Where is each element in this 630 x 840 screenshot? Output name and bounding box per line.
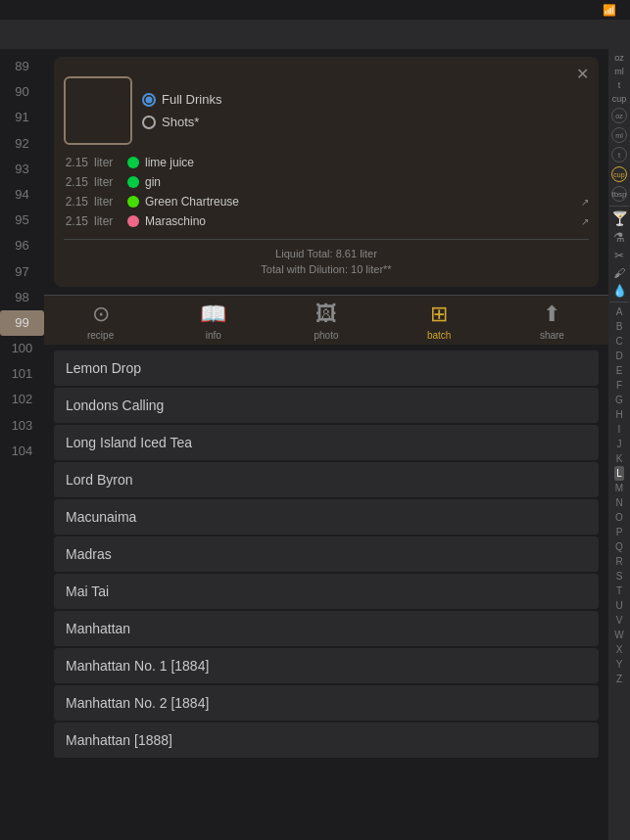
ingredient-dot <box>127 215 139 227</box>
alpha-item-G[interactable]: G <box>615 393 623 407</box>
list-item-1[interactable]: Londons Calling <box>54 388 599 423</box>
unit-cup-btn[interactable]: cup <box>611 166 627 182</box>
number-column: 8990919293949596979899100101102103104 <box>0 49 44 840</box>
unit-t[interactable]: t <box>618 80 621 90</box>
alpha-item-D[interactable]: D <box>615 349 622 363</box>
number-item-99[interactable]: 99 <box>0 310 44 336</box>
alpha-item-S[interactable]: S <box>616 569 623 583</box>
tab-photo[interactable]: 🖼photo <box>269 302 382 341</box>
number-item-103[interactable]: 103 <box>0 413 44 439</box>
right-sidebar: oz ml t cup oz ml t cup tbsp 🍸 ⚗ ✂ 🖌 💧 A… <box>608 49 630 840</box>
drink-card: ✕ Full Drinks Shots* <box>54 57 599 287</box>
alpha-item-R[interactable]: R <box>615 554 622 569</box>
tab-bar: ⊙recipe📖info🖼photo⊞batch⬆share <box>44 295 608 345</box>
alpha-item-X[interactable]: X <box>616 642 623 657</box>
tab-label-recipe: recipe <box>87 330 114 341</box>
drop-icon[interactable]: 💧 <box>612 284 627 298</box>
list-item-9[interactable]: Manhattan No. 2 [1884] <box>54 685 599 721</box>
alpha-item-H[interactable]: H <box>615 407 622 422</box>
alpha-item-F[interactable]: F <box>616 378 622 393</box>
alpha-item-Z[interactable]: Z <box>616 672 622 686</box>
ingredient-unit: liter <box>94 195 121 209</box>
alpha-item-Q[interactable]: Q <box>615 539 623 554</box>
ingredient-row-1: 2.15 liter gin <box>64 172 589 192</box>
alpha-item-J[interactable]: J <box>617 437 622 451</box>
unit-tbsp-btn[interactable]: tbsp <box>611 186 627 202</box>
alpha-item-Y[interactable]: Y <box>616 657 623 672</box>
unit-cup[interactable]: cup <box>612 94 627 104</box>
score-box <box>64 76 132 145</box>
unit-oz[interactable]: oz <box>614 53 624 63</box>
number-item-95[interactable]: 95 <box>0 208 44 233</box>
brush-icon[interactable]: 🖌 <box>613 266 625 280</box>
tab-info[interactable]: 📖info <box>157 302 269 341</box>
list-item-3[interactable]: Lord Byron <box>54 462 599 497</box>
tab-batch[interactable]: ⊞batch <box>383 302 496 341</box>
number-item-102[interactable]: 102 <box>0 387 44 412</box>
number-item-97[interactable]: 97 <box>0 259 44 285</box>
list-item-8[interactable]: Manhattan No. 1 [1884] <box>54 648 599 683</box>
alpha-item-O[interactable]: O <box>615 510 623 525</box>
alpha-item-C[interactable]: C <box>615 334 622 349</box>
alpha-item-A[interactable]: A <box>616 304 623 319</box>
full-drinks-option[interactable]: Full Drinks <box>142 92 221 107</box>
ingredient-link[interactable]: ↗ <box>581 197 589 208</box>
ingredient-dot <box>127 196 139 208</box>
alpha-item-N[interactable]: N <box>615 495 622 510</box>
ingredients-section: 2.15 liter lime juice 2.15 liter gin 2.1… <box>64 153 589 231</box>
number-item-89[interactable]: 89 <box>0 54 44 79</box>
shots-label: Shots* <box>162 115 199 129</box>
full-drinks-radio[interactable] <box>142 93 156 107</box>
shots-radio[interactable] <box>142 116 156 129</box>
card-close-button[interactable]: ✕ <box>576 65 589 83</box>
ingredient-name: Maraschino <box>145 214 575 228</box>
alpha-item-U[interactable]: U <box>615 598 622 613</box>
number-item-93[interactable]: 93 <box>0 157 44 182</box>
beaker-icon[interactable]: ⚗ <box>613 230 625 245</box>
unit-oz-btn[interactable]: oz <box>611 108 627 123</box>
alpha-item-B[interactable]: B <box>616 319 623 334</box>
alpha-item-W[interactable]: W <box>614 628 623 642</box>
alpha-item-V[interactable]: V <box>616 613 623 628</box>
ingredient-link[interactable]: ↗ <box>581 216 589 227</box>
list-item-10[interactable]: Manhattan [1888] <box>54 723 599 758</box>
ingredient-unit: liter <box>94 175 121 189</box>
number-item-100[interactable]: 100 <box>0 336 44 361</box>
tab-label-share: share <box>540 330 564 341</box>
number-item-104[interactable]: 104 <box>0 439 44 464</box>
number-item-90[interactable]: 90 <box>0 79 44 105</box>
unit-ml[interactable]: ml <box>614 67 624 76</box>
list-item-5[interactable]: Madras <box>54 537 599 572</box>
alpha-item-T[interactable]: T <box>616 583 622 598</box>
alpha-item-E[interactable]: E <box>616 363 623 378</box>
scissors-icon[interactable]: ✂ <box>614 249 624 262</box>
alpha-item-I[interactable]: I <box>618 422 621 437</box>
alpha-item-L[interactable]: L <box>614 466 624 481</box>
unit-ml-btn[interactable]: ml <box>611 127 627 143</box>
tab-share[interactable]: ⬆share <box>496 302 608 341</box>
unit-t-btn[interactable]: t <box>611 147 627 163</box>
list-item-4[interactable]: Macunaima <box>54 499 599 535</box>
alpha-item-M[interactable]: M <box>615 481 623 495</box>
list-item-6[interactable]: Mai Tai <box>54 574 599 609</box>
tab-recipe[interactable]: ⊙recipe <box>44 302 157 341</box>
number-item-91[interactable]: 91 <box>0 105 44 130</box>
total-liquid: Liquid Total: 8.61 liter <box>64 246 589 261</box>
number-item-101[interactable]: 101 <box>0 361 44 387</box>
list-item-7[interactable]: Manhattan <box>54 611 599 646</box>
list-item-2[interactable]: Long Island Iced Tea <box>54 425 599 460</box>
list-item-0[interactable]: Lemon Drop <box>54 350 599 386</box>
shots-option[interactable]: Shots* <box>142 115 221 129</box>
drink-options: Full Drinks Shots* <box>142 76 221 145</box>
wifi-icon: 📶 <box>603 4 616 17</box>
number-item-96[interactable]: 96 <box>0 233 44 258</box>
number-item-92[interactable]: 92 <box>0 131 44 157</box>
cocktail-glass-icon[interactable]: 🍸 <box>611 210 628 226</box>
tab-label-info: info <box>206 330 221 341</box>
number-item-98[interactable]: 98 <box>0 285 44 310</box>
alpha-item-P[interactable]: P <box>616 525 623 539</box>
ingredient-amount: 2.15 <box>64 175 88 189</box>
number-item-94[interactable]: 94 <box>0 182 44 208</box>
alpha-item-K[interactable]: K <box>616 451 623 466</box>
tab-icon-share: ⬆ <box>543 302 560 327</box>
